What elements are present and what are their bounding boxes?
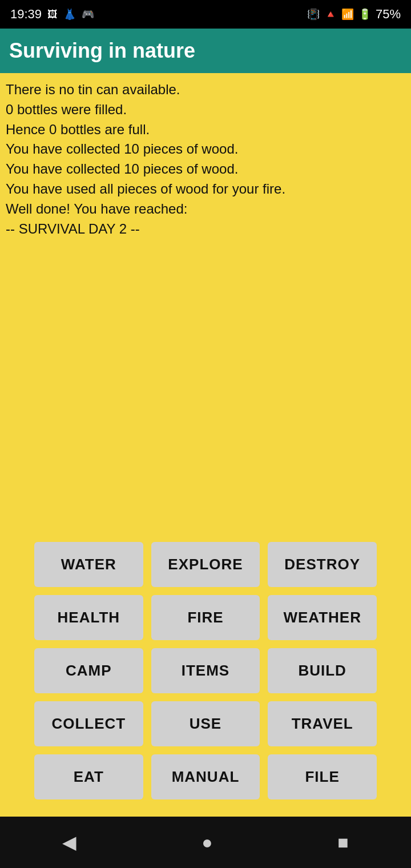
recents-button[interactable]: ■: [320, 826, 365, 859]
time-display: 19:39: [10, 7, 42, 22]
log-line-7: Well done! You have reached:: [6, 199, 405, 219]
vibrate-icon: 📳: [307, 8, 320, 21]
items-button[interactable]: ITEMS: [151, 648, 260, 693]
battery-label: 75%: [376, 7, 401, 22]
log-line-5: You have collected 10 pieces of wood.: [6, 159, 405, 179]
action-button-grid: WATER EXPLORE DESTROY HEALTH FIRE WEATHE…: [0, 542, 411, 799]
nav-bar: ◀ ● ■: [0, 817, 411, 868]
eat-button[interactable]: EAT: [34, 754, 143, 799]
twitch-icon: 🎮: [82, 8, 94, 21]
spacer: [0, 239, 411, 542]
status-left: 19:39 🖼 👗 🎮: [10, 7, 94, 22]
app-header: Surviving in nature: [0, 29, 411, 73]
travel-button[interactable]: TRAVEL: [268, 701, 377, 746]
health-button[interactable]: HEALTH: [34, 595, 143, 640]
log-line-6: You have used all pieces of wood for you…: [6, 179, 405, 199]
collect-button[interactable]: COLLECT: [34, 701, 143, 746]
signal-icon: 📶: [341, 8, 354, 21]
home-button[interactable]: ●: [184, 826, 229, 859]
camp-button[interactable]: CAMP: [34, 648, 143, 693]
photo-icon: 🖼: [47, 9, 58, 21]
app-title: Surviving in nature: [9, 39, 402, 63]
battery-icon: 🔋: [358, 8, 371, 21]
wifi-icon: 🔺: [324, 8, 337, 21]
use-button[interactable]: USE: [151, 701, 260, 746]
explore-button[interactable]: EXPLORE: [151, 542, 260, 587]
log-line-4: You have collected 10 pieces of wood.: [6, 139, 405, 159]
game-log: There is no tin can available. 0 bottles…: [0, 73, 411, 239]
weather-button[interactable]: WEATHER: [268, 595, 377, 640]
status-right: 📳 🔺 📶 🔋 75%: [307, 7, 401, 22]
file-button[interactable]: FILE: [268, 754, 377, 799]
log-line-8: -- SURVIVAL DAY 2 --: [6, 219, 405, 239]
status-bar: 19:39 🖼 👗 🎮 📳 🔺 📶 🔋 75%: [0, 0, 411, 29]
water-button[interactable]: WATER: [34, 542, 143, 587]
dress-icon: 👗: [63, 8, 76, 21]
build-button[interactable]: BUILD: [268, 648, 377, 693]
fire-button[interactable]: FIRE: [151, 595, 260, 640]
destroy-button[interactable]: DESTROY: [268, 542, 377, 587]
log-line-2: 0 bottles were filled.: [6, 100, 405, 120]
back-button[interactable]: ◀: [45, 826, 94, 859]
log-line-3: Hence 0 bottles are full.: [6, 120, 405, 140]
log-line-1: There is no tin can available.: [6, 80, 405, 100]
manual-button[interactable]: MANUAL: [151, 754, 260, 799]
